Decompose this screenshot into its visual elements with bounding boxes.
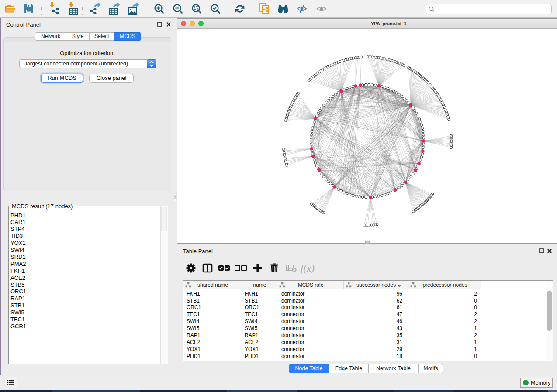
svg-text:f(x): f(x) bbox=[301, 263, 315, 274]
